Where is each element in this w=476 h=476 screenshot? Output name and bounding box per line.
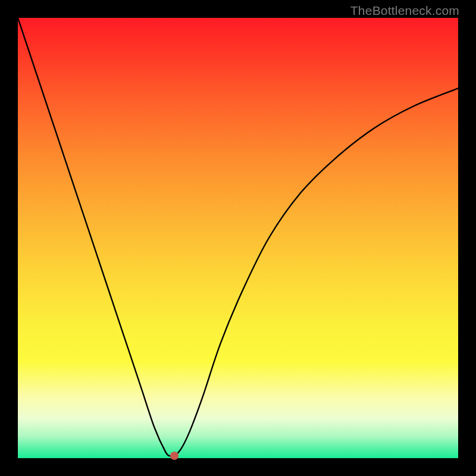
plot-area xyxy=(18,18,458,458)
chart-frame: TheBottleneck.com xyxy=(0,0,476,476)
chart-line xyxy=(18,18,458,456)
curve-svg xyxy=(18,18,458,458)
watermark-text: TheBottleneck.com xyxy=(350,4,459,18)
minimum-marker xyxy=(170,452,178,460)
